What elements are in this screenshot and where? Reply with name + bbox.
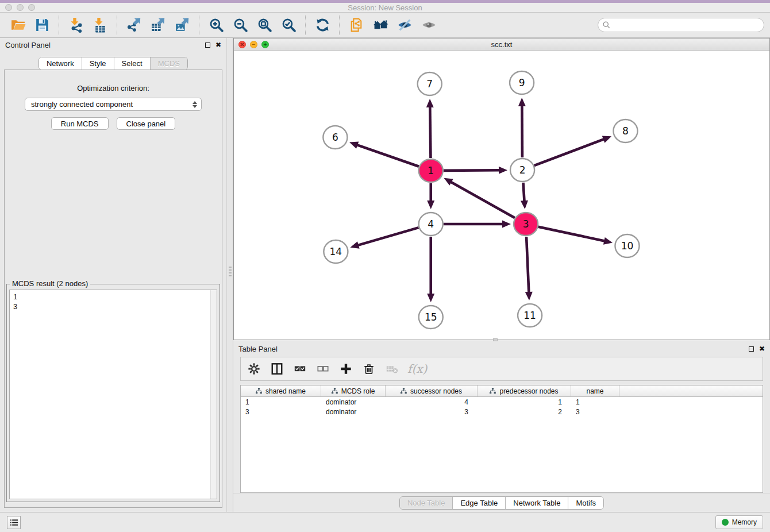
graph-edge-1-2[interactable]: [444, 167, 507, 174]
import-network-icon[interactable]: [66, 16, 86, 34]
zoom-selected-icon[interactable]: [279, 16, 298, 34]
tab-node-table[interactable]: Node Table: [400, 497, 453, 509]
graph-node-6[interactable]: 6: [323, 126, 347, 149]
tab-network[interactable]: Network: [39, 57, 82, 70]
graph-node-3[interactable]: 3: [514, 213, 538, 236]
documents-share-icon[interactable]: [346, 16, 366, 34]
column-header-name[interactable]: name: [571, 385, 619, 396]
tab-mcds[interactable]: MCDS: [151, 57, 187, 70]
deselect-all-icon[interactable]: [315, 361, 330, 376]
tab-style[interactable]: Style: [82, 57, 114, 70]
graph-node-10[interactable]: 10: [615, 234, 639, 257]
maximize-view-icon[interactable]: +: [261, 41, 269, 48]
window-title: Session: New Session: [348, 3, 422, 12]
graph-edge-2-8[interactable]: [534, 136, 611, 165]
graph-node-11[interactable]: 11: [518, 304, 542, 327]
table-toolbar: f(x): [240, 357, 763, 381]
svg-text:2: 2: [519, 164, 526, 176]
table-cell: dominator: [321, 398, 386, 406]
graph-edge-3-11[interactable]: [525, 237, 533, 300]
memory-button[interactable]: Memory: [715, 515, 763, 529]
zoom-in-icon[interactable]: [206, 16, 226, 34]
result-scrollbar[interactable]: [210, 290, 217, 499]
graph-node-1[interactable]: 1: [419, 159, 443, 182]
tab-network-table[interactable]: Network Table: [506, 497, 568, 509]
eye-icon[interactable]: [419, 16, 438, 34]
tab-edge-table[interactable]: Edge Table: [453, 497, 506, 509]
delete-column-icon[interactable]: [361, 361, 376, 376]
close-panel-button[interactable]: Close panel: [117, 117, 176, 130]
open-folder-icon[interactable]: [8, 16, 28, 34]
close-panel-icon[interactable]: ✖: [759, 345, 765, 352]
close-window-icon[interactable]: [5, 4, 12, 11]
graph-node-2[interactable]: 2: [510, 159, 534, 182]
graph-node-4[interactable]: 4: [419, 213, 443, 236]
export-image-icon[interactable]: [172, 16, 192, 34]
table-cell: dominator: [321, 408, 386, 416]
mcds-result-group: MCDS result (2 nodes) 13: [6, 284, 220, 502]
mcds-result-title: MCDS result (2 nodes): [10, 279, 90, 288]
table-cell: 3: [241, 408, 321, 416]
column-header-successor-nodes[interactable]: successor nodes: [386, 385, 478, 396]
mcds-result-list[interactable]: 13: [9, 290, 217, 499]
import-table-icon[interactable]: [90, 16, 110, 34]
close-view-icon[interactable]: ✕: [238, 41, 246, 48]
column-header-MCDS-role[interactable]: MCDS role: [321, 385, 386, 396]
graph-edge-1-4[interactable]: [427, 183, 434, 209]
add-column-icon[interactable]: [338, 361, 353, 376]
svg-text:9: 9: [519, 77, 525, 88]
column-header-shared-name[interactable]: shared name: [241, 385, 321, 396]
svg-text:7: 7: [426, 78, 433, 90]
table-cell: 3: [386, 408, 478, 416]
minimize-view-icon[interactable]: −: [250, 41, 257, 48]
horizontal-splitter[interactable]: [233, 340, 770, 342]
vertical-splitter[interactable]: [226, 38, 233, 512]
graph-edge-3-1[interactable]: [444, 178, 514, 218]
close-panel-icon[interactable]: ✖: [215, 41, 221, 48]
log-console-button[interactable]: [7, 516, 21, 529]
column-header-predecessor-nodes[interactable]: predecessor nodes: [478, 385, 571, 396]
table-row[interactable]: 3dominator323: [241, 407, 763, 417]
eye-slash-icon[interactable]: [395, 16, 414, 34]
save-icon[interactable]: [32, 16, 52, 34]
export-network-icon[interactable]: [124, 16, 144, 34]
toolbar-divider: [305, 16, 306, 35]
column-layout-icon[interactable]: [270, 361, 284, 376]
refresh-icon[interactable]: [313, 16, 332, 34]
search-icon: [603, 21, 610, 29]
float-panel-icon[interactable]: [205, 43, 210, 48]
graph-edge-2-3[interactable]: [521, 183, 528, 209]
graph-edge-2-9[interactable]: [518, 98, 526, 157]
svg-text:3: 3: [523, 218, 529, 230]
network-canvas[interactable]: 7968124314101511: [234, 51, 769, 340]
graph-edge-4-14[interactable]: [350, 228, 418, 249]
tab-select[interactable]: Select: [114, 57, 151, 70]
graph-node-15[interactable]: 15: [419, 306, 443, 329]
graph-node-7[interactable]: 7: [418, 72, 442, 95]
table-cell: 4: [386, 398, 478, 406]
graph-edge-4-15[interactable]: [427, 237, 434, 302]
criterion-dropdown[interactable]: strongly connected component: [25, 98, 202, 111]
zoom-fit-icon[interactable]: [255, 16, 274, 34]
select-all-icon[interactable]: [292, 361, 307, 376]
toolbar-divider: [199, 16, 199, 35]
graph-edge-3-10[interactable]: [538, 227, 613, 245]
float-panel-icon[interactable]: [749, 346, 754, 352]
tab-motifs[interactable]: Motifs: [568, 497, 603, 509]
settings-gear-icon[interactable]: [247, 361, 261, 376]
graph-edge-1-7[interactable]: [426, 99, 434, 158]
zoom-window-icon[interactable]: [28, 4, 35, 11]
graph-node-14[interactable]: 14: [324, 240, 348, 263]
houses-icon[interactable]: [371, 16, 390, 34]
run-mcds-button[interactable]: Run MCDS: [51, 117, 109, 130]
graph-node-9[interactable]: 9: [510, 71, 534, 94]
graph-node-8[interactable]: 8: [613, 119, 637, 142]
search-input[interactable]: [598, 18, 764, 32]
graph-edge-1-6[interactable]: [349, 141, 419, 166]
zoom-out-icon[interactable]: [230, 16, 250, 34]
graph-edge-4-3[interactable]: [444, 221, 511, 228]
toolbar-divider: [59, 16, 59, 35]
table-row[interactable]: 1dominator411: [241, 397, 763, 407]
minimize-window-icon[interactable]: [17, 4, 24, 11]
export-table-icon[interactable]: [148, 16, 168, 34]
